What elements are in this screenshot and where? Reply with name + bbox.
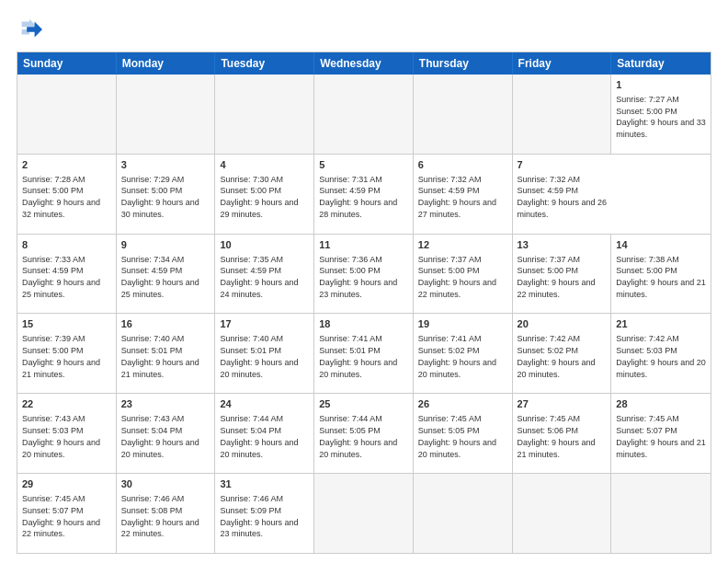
sunrise: Sunrise: 7:28 AM [22,175,85,184]
day-number: 26 [418,397,507,411]
sunrise: Sunrise: 7:29 AM [121,175,185,184]
day-number: 9 [121,238,210,252]
daylight: Daylight: 9 hours and 26 minutes. [518,198,608,219]
cal-cell: 8Sunrise: 7:33 AMSunset: 4:59 PMDaylight… [17,235,117,314]
cal-cell-empty [17,75,117,154]
day-number: 5 [319,158,408,172]
cal-cell-empty [414,474,513,553]
sunrise: Sunrise: 7:41 AM [418,334,482,343]
day-number: 30 [121,477,210,491]
cal-cell: 20Sunrise: 7:42 AMSunset: 5:02 PMDayligh… [513,314,612,393]
calendar: SundayMondayTuesdayWednesdayThursdayFrid… [17,52,711,554]
daylight: Daylight: 9 hours and 32 minutes. [22,198,100,219]
sunset: Sunset: 5:01 PM [121,346,183,355]
sunset: Sunset: 5:00 PM [616,266,677,275]
sunset: Sunset: 5:05 PM [319,426,381,435]
day-number: 22 [22,397,111,411]
cal-cell: 2Sunrise: 7:28 AMSunset: 5:00 PMDaylight… [17,155,117,234]
page: SundayMondayTuesdayWednesdayThursdayFrid… [0,0,728,563]
daylight: Daylight: 9 hours and 22 minutes. [22,518,100,539]
day-number: 18 [319,317,408,331]
cal-cell-empty [414,75,513,154]
cal-cell: 15Sunrise: 7:39 AMSunset: 5:00 PMDayligh… [17,314,117,393]
sunrise: Sunrise: 7:41 AM [319,334,382,343]
cal-cell: 6Sunrise: 7:32 AMSunset: 4:59 PMDaylight… [414,155,513,234]
cal-cell: 21Sunrise: 7:42 AMSunset: 5:03 PMDayligh… [611,314,711,393]
sunrise: Sunrise: 7:36 AM [319,255,382,264]
sunset: Sunset: 5:08 PM [121,506,183,515]
sunrise: Sunrise: 7:38 AM [616,255,679,264]
sunrise: Sunrise: 7:46 AM [121,494,185,503]
cal-cell: 26Sunrise: 7:45 AMSunset: 5:05 PMDayligh… [414,394,513,473]
sunrise: Sunrise: 7:37 AM [418,255,482,264]
daylight: Daylight: 9 hours and 20 minutes. [220,358,298,379]
sunset: Sunset: 5:07 PM [22,506,84,515]
calendar-header: SundayMondayTuesdayWednesdayThursdayFrid… [17,52,711,75]
daylight: Daylight: 9 hours and 20 minutes. [121,438,199,459]
cal-header-cell: Sunday [17,52,117,75]
cal-cell-empty [117,75,216,154]
daylight: Daylight: 9 hours and 21 minutes. [22,358,100,379]
daylight: Daylight: 9 hours and 20 minutes. [220,438,298,459]
cal-header-cell: Monday [117,52,216,75]
sunset: Sunset: 5:02 PM [518,346,579,355]
daylight: Daylight: 9 hours and 33 minutes. [616,118,706,139]
day-number: 17 [220,317,309,331]
daylight: Daylight: 9 hours and 30 minutes. [121,198,199,219]
daylight: Daylight: 9 hours and 22 minutes. [418,278,496,299]
cal-cell: 3Sunrise: 7:29 AMSunset: 5:00 PMDaylight… [117,155,216,234]
day-number: 12 [418,238,507,252]
day-number: 6 [418,158,507,172]
sunset: Sunset: 4:59 PM [22,266,84,275]
cal-header-cell: Wednesday [314,52,414,75]
day-number: 1 [616,78,706,92]
cal-row: 2Sunrise: 7:28 AMSunset: 5:00 PMDaylight… [17,154,711,234]
sunset: Sunset: 5:03 PM [22,426,84,435]
daylight: Daylight: 9 hours and 25 minutes. [22,278,100,299]
sunset: Sunset: 5:01 PM [319,346,381,355]
cal-cell: 4Sunrise: 7:30 AMSunset: 5:00 PMDaylight… [215,155,314,234]
sunrise: Sunrise: 7:32 AM [518,175,581,184]
daylight: Daylight: 9 hours and 21 minutes. [518,438,596,459]
day-number: 13 [518,238,607,252]
day-number: 11 [319,238,408,252]
cal-cell: 17Sunrise: 7:40 AMSunset: 5:01 PMDayligh… [215,314,314,393]
day-number: 14 [616,238,706,252]
sunset: Sunset: 5:01 PM [220,346,281,355]
daylight: Daylight: 9 hours and 20 minutes. [319,438,397,459]
day-number: 2 [22,158,111,172]
day-number: 8 [22,238,111,252]
daylight: Daylight: 9 hours and 29 minutes. [220,198,298,219]
cal-cell-empty [513,75,612,154]
daylight: Daylight: 9 hours and 22 minutes. [518,278,596,299]
sunrise: Sunrise: 7:40 AM [220,334,283,343]
cal-cell-empty [314,474,414,553]
day-number: 28 [616,397,706,411]
sunrise: Sunrise: 7:43 AM [121,414,185,423]
sunrise: Sunrise: 7:45 AM [616,414,679,423]
cal-row: 22Sunrise: 7:43 AMSunset: 5:03 PMDayligh… [17,393,711,473]
cal-cell: 12Sunrise: 7:37 AMSunset: 5:00 PMDayligh… [414,235,513,314]
daylight: Daylight: 9 hours and 20 minutes. [418,358,496,379]
sunrise: Sunrise: 7:39 AM [22,334,85,343]
cal-row: 15Sunrise: 7:39 AMSunset: 5:00 PMDayligh… [17,313,711,393]
daylight: Daylight: 9 hours and 20 minutes. [319,358,397,379]
sunset: Sunset: 5:06 PM [518,426,579,435]
sunrise: Sunrise: 7:42 AM [616,334,679,343]
day-number: 3 [121,158,210,172]
sunset: Sunset: 5:00 PM [220,186,281,195]
cal-cell: 18Sunrise: 7:41 AMSunset: 5:01 PMDayligh… [314,314,414,393]
daylight: Daylight: 9 hours and 24 minutes. [220,278,298,299]
sunrise: Sunrise: 7:34 AM [121,255,185,264]
sunset: Sunset: 5:09 PM [220,506,281,515]
sunrise: Sunrise: 7:44 AM [319,414,382,423]
sunset: Sunset: 5:00 PM [22,346,84,355]
sunset: Sunset: 5:04 PM [220,426,281,435]
day-number: 25 [319,397,408,411]
day-number: 24 [220,397,309,411]
day-number: 19 [418,317,507,331]
daylight: Daylight: 9 hours and 28 minutes. [319,198,397,219]
cal-row: 8Sunrise: 7:33 AMSunset: 4:59 PMDaylight… [17,234,711,314]
cal-cell: 5Sunrise: 7:31 AMSunset: 4:59 PMDaylight… [314,155,414,234]
day-number: 16 [121,317,210,331]
